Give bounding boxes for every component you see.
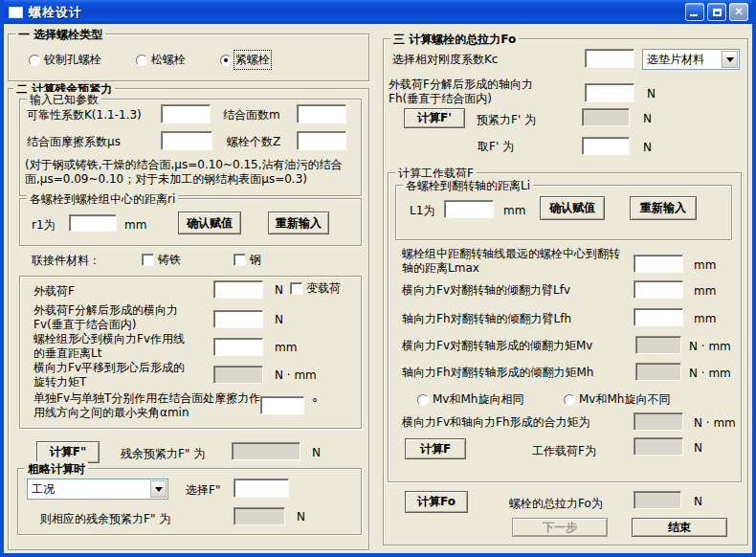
distance-lt-input[interactable] bbox=[213, 338, 263, 356]
r1-input[interactable] bbox=[69, 214, 117, 232]
r1-unit: mm bbox=[124, 218, 146, 233]
calc-f1-button[interactable]: 计算F' bbox=[404, 108, 465, 128]
l1-unit: mm bbox=[503, 204, 525, 218]
bolt-count-z-input[interactable] bbox=[297, 131, 346, 150]
residual-unit: N bbox=[312, 446, 321, 460]
gasket-material-combobox[interactable]: 选垫片材料 bbox=[642, 49, 740, 70]
client-area: 一 选择螺栓类型 铰制孔螺栓 松螺栓 紧螺栓 二 计算残余预紧力 输入已知参数 … bbox=[4, 24, 752, 553]
radio-tight-bolt[interactable]: 紧螺栓 bbox=[220, 52, 270, 68]
app-icon bbox=[9, 7, 23, 18]
lmax-input[interactable] bbox=[634, 255, 683, 273]
next-step-button: 下一步 bbox=[512, 518, 608, 537]
preload-f1-output bbox=[582, 108, 630, 126]
mh-output bbox=[635, 363, 681, 381]
variable-load-checkbox[interactable] bbox=[290, 282, 302, 295]
mh-unit: N · mm bbox=[689, 367, 731, 381]
cast-iron-checkbox[interactable] bbox=[142, 254, 154, 266]
f-unit: N bbox=[275, 283, 283, 298]
cast-iron-label: 铸铁 bbox=[158, 253, 181, 267]
axial-fh-label: 外载荷F分解后形成的轴向力Fh(垂直于结合面内) bbox=[389, 78, 551, 106]
radio-icon bbox=[220, 55, 232, 66]
steel-label: 钢 bbox=[250, 253, 261, 267]
radio-loose-bolt[interactable]: 松螺栓 bbox=[136, 52, 186, 68]
li-reinput-button[interactable]: 重新输入 bbox=[630, 196, 697, 220]
bolt-design-window: 螺栓设计 ✕ 一 选择螺栓类型 铰制孔螺栓 松螺栓 紧螺栓 二 计算残余预紧力 … bbox=[0, 0, 756, 557]
close-button[interactable]: ✕ bbox=[729, 3, 748, 21]
preload-unit: N bbox=[643, 112, 652, 126]
end-button[interactable]: 结束 bbox=[632, 518, 727, 537]
workload-label: 工作载荷F为 bbox=[532, 444, 596, 458]
l1-input[interactable] bbox=[444, 200, 494, 218]
lfh-input[interactable] bbox=[634, 308, 683, 326]
radio-same-rotation[interactable]: Mv和Mh旋向相同 bbox=[417, 391, 523, 408]
maximize-icon bbox=[713, 9, 722, 16]
torque-t-output bbox=[213, 366, 263, 384]
friction-mu-label: 结合面摩擦系数μs bbox=[27, 135, 121, 149]
joint-faces-m-input[interactable] bbox=[297, 104, 346, 123]
total-tension-unit: N bbox=[694, 495, 702, 509]
workload-unit: N bbox=[694, 441, 702, 456]
mh-label: 轴向力Fh对翻转轴形成的倾翻力矩Mh bbox=[402, 366, 593, 380]
then-residual-output bbox=[233, 507, 285, 525]
lfh-unit: mm bbox=[694, 312, 716, 326]
reliability-k-input[interactable] bbox=[161, 104, 211, 123]
ri-reinput-button[interactable]: 重新输入 bbox=[268, 212, 329, 234]
calc-f2-button[interactable]: 计算F" bbox=[36, 441, 100, 463]
section1-title: 一 选择螺栓类型 bbox=[15, 27, 105, 43]
working-condition-combobox[interactable]: 工况 bbox=[27, 479, 168, 500]
lmax-unit: mm bbox=[694, 258, 716, 273]
chevron-down-icon bbox=[155, 487, 163, 492]
external-load-f-label: 外载荷F bbox=[33, 284, 75, 299]
resultant-moment-label: 横向力Fv和轴向力Fh形成的合力矩为 bbox=[402, 415, 590, 430]
calc-f-button[interactable]: 计算F bbox=[405, 438, 466, 459]
distance-ri-title: 各螺栓到螺栓组中心的距离ri bbox=[27, 191, 178, 208]
external-load-f-input[interactable] bbox=[213, 280, 263, 299]
reliability-k-label: 可靠性系数K(1.1-1.3) bbox=[27, 108, 142, 123]
maximize-button[interactable] bbox=[707, 3, 726, 21]
titlebar[interactable]: 螺栓设计 ✕ bbox=[0, 0, 756, 24]
distance-lt-label: 螺栓组形心到横向力Fv作用线的垂直距离Lt bbox=[33, 332, 194, 361]
take-f1-input[interactable] bbox=[582, 137, 630, 155]
same-rotation-label: Mv和Mh旋向相同 bbox=[433, 391, 523, 408]
minimize-button[interactable] bbox=[685, 3, 704, 21]
workload-output bbox=[634, 437, 683, 456]
radio-icon bbox=[417, 394, 429, 406]
stiffness-kc-input[interactable] bbox=[585, 49, 634, 68]
then-residual-label: 则相应的残余预紧力F" 为 bbox=[40, 512, 170, 526]
section3-title: 三 计算螺栓的总拉力Fo bbox=[390, 32, 519, 48]
variable-load-label: 变载荷 bbox=[306, 281, 341, 296]
friction-note: (对于钢或铸铁,干燥的结合面,μs=0.10~0.15,沾有油污的结合面,μs=… bbox=[25, 158, 362, 187]
working-condition-value: 工况 bbox=[32, 481, 55, 498]
radio-diff-rotation[interactable]: Mv和Mh旋向不同 bbox=[564, 391, 670, 408]
take-f1-label: 取F' 为 bbox=[478, 140, 514, 154]
distance-li-title: 各螺栓到翻转轴的距离Li bbox=[403, 178, 533, 194]
alpha-min-input[interactable] bbox=[260, 396, 304, 414]
radio-reamed-bolt[interactable]: 铰制孔螺栓 bbox=[29, 52, 101, 68]
chevron-down-icon bbox=[726, 57, 734, 62]
ri-confirm-button[interactable]: 确认赋值 bbox=[178, 212, 241, 234]
l1-label: L1为 bbox=[410, 204, 434, 218]
radio-tight-label: 紧螺栓 bbox=[235, 52, 270, 68]
choose-f2-input[interactable] bbox=[233, 479, 289, 498]
friction-mu-input[interactable] bbox=[161, 131, 212, 150]
joint-faces-m-label: 结合面数m bbox=[223, 108, 280, 123]
lt-unit: mm bbox=[275, 341, 297, 355]
radio-loose-label: 松螺栓 bbox=[151, 52, 186, 68]
dropdown-button[interactable] bbox=[722, 51, 738, 68]
fh-unit: N bbox=[647, 87, 656, 101]
mv-output bbox=[635, 336, 681, 354]
steel-checkbox[interactable] bbox=[233, 254, 246, 266]
residual-preload-label: 残余预紧力F" 为 bbox=[121, 447, 205, 461]
then-residual-unit: N bbox=[297, 510, 305, 524]
radio-icon bbox=[564, 394, 575, 406]
diff-rotation-label: Mv和Mh旋向不同 bbox=[579, 391, 670, 408]
calc-fo-button[interactable]: 计算Fo bbox=[405, 491, 468, 513]
radio-icon bbox=[136, 55, 147, 66]
lateral-fv-input[interactable] bbox=[213, 310, 263, 328]
dropdown-button[interactable] bbox=[150, 480, 167, 498]
lateral-fv-label: 外载荷F分解后形成的横向力Fv(垂直于结合面内) bbox=[33, 303, 194, 332]
mv-label: 横向力Fv对翻转轴形成的倾翻力矩Mv bbox=[402, 339, 592, 353]
li-confirm-button[interactable]: 确认赋值 bbox=[540, 196, 605, 220]
axial-fh-input[interactable] bbox=[585, 83, 634, 102]
lfv-input[interactable] bbox=[634, 280, 683, 299]
